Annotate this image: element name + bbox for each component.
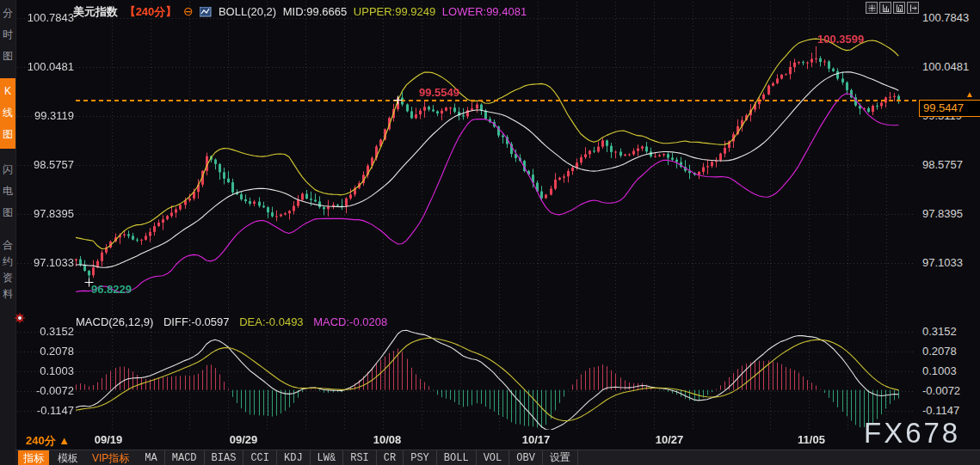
axis-label: 97.8395 bbox=[15, 207, 74, 220]
sidebar: 分 时 图K 线 图闪 电 图合 约 资 料 bbox=[0, 0, 16, 465]
axis-label: 100.7843 bbox=[922, 11, 969, 24]
axis-label: 100.7843 bbox=[15, 11, 74, 24]
last-price-box: 99.5447 bbox=[919, 100, 980, 117]
axis-label: -0.0072 bbox=[922, 384, 960, 397]
date-tick-09/29: 09/29 bbox=[225, 433, 262, 446]
price-up-arrow-icon: ▲ bbox=[965, 89, 974, 99]
low-label: 96.8229 bbox=[91, 283, 132, 296]
axis-label: 99.3119 bbox=[15, 109, 74, 122]
axis-label: 100.0481 bbox=[15, 60, 74, 73]
axis-label: 98.5757 bbox=[922, 158, 963, 171]
app-root: 分 时 图K 线 图闪 电 图合 约 资 料 美元指数 【240分】 ⊖ BOL… bbox=[0, 0, 980, 465]
toolbar-item-BOLL[interactable]: BOLL bbox=[437, 450, 477, 465]
window-control-icons bbox=[866, 2, 919, 14]
swing-high-label: 99.5549 bbox=[419, 86, 459, 99]
date-tick-09/19: 09/19 bbox=[89, 433, 127, 446]
toolbar-item-LW&[interactable]: LW& bbox=[311, 450, 344, 465]
sidebar-tab-1[interactable]: 分 时 图 bbox=[0, 0, 15, 70]
macd-indicator-label: MACD(26,12,9) bbox=[76, 315, 153, 328]
boll-indicator-label: BOLL(20,2) bbox=[219, 5, 276, 18]
toolbar-item-MACD[interactable]: MACD bbox=[165, 450, 205, 465]
boll-upper-value: UPPER:99.9249 bbox=[354, 5, 435, 18]
axis-label: 98.5757 bbox=[15, 158, 74, 171]
macd-dea-value: DEA:-0.0493 bbox=[239, 315, 303, 328]
toolbar-item-VOL[interactable]: VOL bbox=[477, 450, 510, 465]
toolbar-item-RSI[interactable]: RSI bbox=[343, 450, 377, 465]
date-tick-10/08: 10/08 bbox=[368, 433, 406, 446]
axis-label: -0.1147 bbox=[922, 404, 959, 417]
chart-header: 美元指数 【240分】 ⊖ BOLL(20,2) MID:99.6665 UPP… bbox=[73, 4, 530, 20]
toolbar-tab-VIP指标[interactable]: VIP指标 bbox=[87, 450, 134, 465]
axis-label: 0.1003 bbox=[15, 364, 74, 377]
axis-label: 97.1033 bbox=[15, 256, 74, 269]
indicator-chart-icon bbox=[200, 7, 212, 17]
sidebar-tab-2[interactable]: K 线 图 bbox=[0, 78, 15, 149]
axis-label: 97.1033 bbox=[922, 256, 963, 269]
toolbar-item-CCI[interactable]: CCI bbox=[243, 450, 277, 465]
axis-label: -0.0072 bbox=[15, 384, 74, 397]
toolbar-item-设置[interactable]: 设置 bbox=[543, 450, 578, 465]
toolbar-item-BIAS[interactable]: BIAS bbox=[205, 450, 244, 465]
axis-label: 100.0481 bbox=[922, 60, 969, 73]
axis-label: 0.2078 bbox=[15, 345, 74, 358]
indicator-toolbar: 指标模板VIP指标MAMACDBIASCCIKDJLW&RSICRPSYBOLL… bbox=[15, 450, 980, 465]
exit-fullscreen-icon[interactable] bbox=[907, 2, 919, 14]
toolbar-item-MA[interactable]: MA bbox=[138, 450, 164, 465]
toolbar-item-OBV[interactable]: OBV bbox=[509, 450, 543, 465]
axis-scale-left-icon[interactable] bbox=[879, 2, 891, 14]
axis-label: 0.3152 bbox=[15, 325, 74, 338]
toolbar-item-CR[interactable]: CR bbox=[377, 450, 404, 465]
date-tick-11/05: 11/05 bbox=[792, 433, 830, 446]
pan-tool-icon[interactable] bbox=[866, 2, 878, 14]
toolbar-item-KDJ[interactable]: KDJ bbox=[277, 450, 311, 465]
axis-label: 0.1003 bbox=[922, 364, 957, 377]
toolbar-tab-模板[interactable]: 模板 bbox=[52, 450, 83, 465]
axis-scale-right-icon[interactable] bbox=[893, 2, 905, 14]
live-alert-icon bbox=[15, 311, 25, 321]
sidebar-tab-4[interactable]: 合 约 资 料 bbox=[0, 235, 15, 306]
macd-diff-value: DIFF:-0.0597 bbox=[163, 315, 230, 328]
macd-header: MACD(26,12,9) DIFF:-0.0597 DEA:-0.0493 M… bbox=[76, 315, 394, 328]
macd-macd-value: MACD:-0.0208 bbox=[313, 315, 387, 328]
period-footer-label[interactable]: 240分 ▲ bbox=[26, 433, 70, 449]
date-tick-10/17: 10/17 bbox=[517, 433, 555, 446]
boll-mid-value: MID:99.6665 bbox=[283, 5, 347, 18]
watermark: FX678 bbox=[864, 417, 960, 450]
toolbar-item-PSY[interactable]: PSY bbox=[404, 450, 437, 465]
period-badge[interactable]: 【240分】 bbox=[125, 5, 177, 18]
axis-label: 97.8395 bbox=[922, 207, 963, 220]
sidebar-tab-3[interactable]: 闪 电 图 bbox=[0, 156, 15, 227]
candlestick-chart-canvas[interactable] bbox=[15, 0, 917, 447]
boll-lower-value: LOWER:99.4081 bbox=[442, 5, 527, 18]
date-axis: 240分 ▲ 09/1909/2910/0810/1710/2711/05 bbox=[15, 431, 917, 449]
symbol-name: 美元指数 bbox=[73, 5, 118, 18]
date-tick-10/27: 10/27 bbox=[650, 433, 688, 446]
toolbar-tab-指标[interactable]: 指标 bbox=[18, 450, 49, 465]
axis-label: 0.3152 bbox=[922, 325, 957, 338]
axis-label: -0.1147 bbox=[15, 404, 74, 417]
top-high-label: 100.3599 bbox=[817, 33, 864, 46]
axis-label: 0.2078 bbox=[922, 345, 957, 358]
zoom-out-icon[interactable]: ⊖ bbox=[183, 4, 194, 18]
